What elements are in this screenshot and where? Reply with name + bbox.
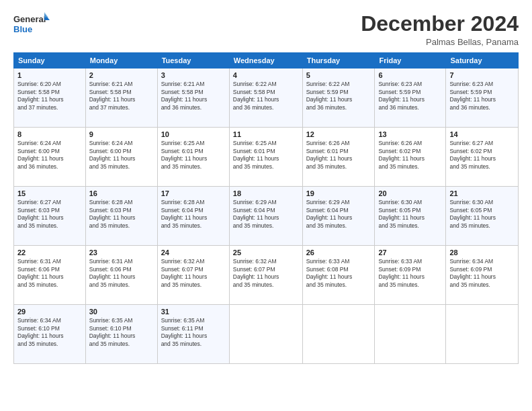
calendar-cell: 27Sunrise: 6:33 AM Sunset: 6:09 PM Dayli… bbox=[375, 246, 446, 305]
day-number: 6 bbox=[378, 71, 442, 79]
calendar-cell: 3Sunrise: 6:21 AM Sunset: 5:58 PM Daylig… bbox=[157, 68, 229, 128]
title-area: December 2024 Palmas Bellas, Panama bbox=[361, 12, 519, 47]
day-info: Sunrise: 6:33 AM Sunset: 6:08 PM Dayligh… bbox=[306, 258, 371, 289]
calendar-cell: 28Sunrise: 6:34 AM Sunset: 6:09 PM Dayli… bbox=[446, 246, 519, 305]
calendar-cell: 9Sunrise: 6:24 AM Sunset: 6:00 PM Daylig… bbox=[85, 128, 157, 187]
day-number: 19 bbox=[306, 189, 371, 197]
col-header-tuesday: Tuesday bbox=[157, 53, 229, 68]
calendar-cell: 1Sunrise: 6:20 AM Sunset: 5:58 PM Daylig… bbox=[14, 68, 86, 128]
day-info: Sunrise: 6:30 AM Sunset: 6:05 PM Dayligh… bbox=[378, 199, 442, 230]
month-title: December 2024 bbox=[361, 12, 519, 36]
calendar-cell: 16Sunrise: 6:28 AM Sunset: 6:03 PM Dayli… bbox=[85, 187, 157, 246]
col-header-wednesday: Wednesday bbox=[229, 53, 302, 68]
svg-text:Blue: Blue bbox=[13, 24, 32, 34]
day-info: Sunrise: 6:32 AM Sunset: 6:07 PM Dayligh… bbox=[161, 258, 226, 289]
calendar-cell: 22Sunrise: 6:31 AM Sunset: 6:06 PM Dayli… bbox=[14, 246, 86, 305]
day-info: Sunrise: 6:20 AM Sunset: 5:58 PM Dayligh… bbox=[17, 81, 82, 111]
col-header-monday: Monday bbox=[85, 53, 157, 68]
day-info: Sunrise: 6:32 AM Sunset: 6:07 PM Dayligh… bbox=[233, 258, 299, 289]
day-info: Sunrise: 6:23 AM Sunset: 5:59 PM Dayligh… bbox=[449, 81, 515, 111]
day-number: 9 bbox=[89, 130, 154, 138]
svg-marker-3 bbox=[44, 12, 48, 17]
calendar-cell: 21Sunrise: 6:30 AM Sunset: 6:05 PM Dayli… bbox=[446, 187, 519, 246]
day-number: 28 bbox=[449, 248, 515, 257]
calendar-cell bbox=[302, 305, 375, 364]
location: Palmas Bellas, Panama bbox=[361, 37, 519, 47]
day-number: 7 bbox=[449, 71, 515, 79]
day-number: 25 bbox=[233, 248, 299, 257]
day-number: 27 bbox=[378, 248, 442, 257]
col-header-thursday: Thursday bbox=[302, 53, 375, 68]
day-number: 20 bbox=[378, 189, 442, 197]
day-number: 31 bbox=[161, 308, 226, 316]
day-info: Sunrise: 6:21 AM Sunset: 5:58 PM Dayligh… bbox=[161, 81, 226, 111]
calendar-cell: 15Sunrise: 6:27 AM Sunset: 6:03 PM Dayli… bbox=[14, 187, 86, 246]
day-number: 4 bbox=[233, 71, 299, 79]
day-info: Sunrise: 6:27 AM Sunset: 6:03 PM Dayligh… bbox=[17, 199, 82, 230]
day-number: 30 bbox=[89, 308, 154, 316]
day-info: Sunrise: 6:26 AM Sunset: 6:02 PM Dayligh… bbox=[378, 140, 442, 171]
day-info: Sunrise: 6:35 AM Sunset: 6:10 PM Dayligh… bbox=[89, 317, 154, 348]
calendar-cell: 30Sunrise: 6:35 AM Sunset: 6:10 PM Dayli… bbox=[85, 305, 157, 364]
calendar-cell: 14Sunrise: 6:27 AM Sunset: 6:02 PM Dayli… bbox=[446, 128, 519, 187]
calendar-cell: 8Sunrise: 6:24 AM Sunset: 6:00 PM Daylig… bbox=[14, 128, 86, 187]
calendar-cell: 29Sunrise: 6:34 AM Sunset: 6:10 PM Dayli… bbox=[14, 305, 86, 364]
day-info: Sunrise: 6:31 AM Sunset: 6:06 PM Dayligh… bbox=[17, 258, 82, 289]
day-number: 1 bbox=[17, 71, 82, 79]
day-number: 12 bbox=[306, 130, 371, 138]
day-number: 13 bbox=[378, 130, 442, 138]
day-number: 18 bbox=[233, 189, 299, 197]
day-info: Sunrise: 6:28 AM Sunset: 6:03 PM Dayligh… bbox=[89, 199, 154, 230]
calendar-cell: 10Sunrise: 6:25 AM Sunset: 6:01 PM Dayli… bbox=[157, 128, 229, 187]
calendar-cell: 19Sunrise: 6:29 AM Sunset: 6:04 PM Dayli… bbox=[302, 187, 375, 246]
col-header-sunday: Sunday bbox=[14, 53, 86, 68]
day-number: 14 bbox=[449, 130, 515, 138]
col-header-friday: Friday bbox=[375, 53, 446, 68]
calendar-page: General Blue December 2024 Palmas Bellas… bbox=[0, 0, 532, 411]
day-info: Sunrise: 6:26 AM Sunset: 6:01 PM Dayligh… bbox=[306, 140, 371, 171]
day-info: Sunrise: 6:34 AM Sunset: 6:10 PM Dayligh… bbox=[17, 317, 82, 348]
calendar-cell: 25Sunrise: 6:32 AM Sunset: 6:07 PM Dayli… bbox=[229, 246, 302, 305]
col-header-saturday: Saturday bbox=[446, 53, 519, 68]
calendar-table: SundayMondayTuesdayWednesdayThursdayFrid… bbox=[13, 52, 519, 364]
day-info: Sunrise: 6:23 AM Sunset: 5:59 PM Dayligh… bbox=[378, 81, 442, 111]
day-info: Sunrise: 6:33 AM Sunset: 6:09 PM Dayligh… bbox=[378, 258, 442, 289]
calendar-cell: 26Sunrise: 6:33 AM Sunset: 6:08 PM Dayli… bbox=[302, 246, 375, 305]
logo: General Blue bbox=[13, 12, 50, 36]
day-number: 22 bbox=[17, 248, 82, 257]
header: General Blue December 2024 Palmas Bellas… bbox=[13, 12, 519, 47]
calendar-cell: 18Sunrise: 6:29 AM Sunset: 6:04 PM Dayli… bbox=[229, 187, 302, 246]
calendar-cell bbox=[229, 305, 302, 364]
day-info: Sunrise: 6:27 AM Sunset: 6:02 PM Dayligh… bbox=[449, 140, 515, 171]
day-info: Sunrise: 6:25 AM Sunset: 6:01 PM Dayligh… bbox=[161, 140, 226, 171]
day-number: 23 bbox=[89, 248, 154, 257]
day-info: Sunrise: 6:35 AM Sunset: 6:11 PM Dayligh… bbox=[161, 317, 226, 348]
day-number: 8 bbox=[17, 130, 82, 138]
day-number: 15 bbox=[17, 189, 82, 197]
day-number: 11 bbox=[233, 130, 299, 138]
calendar-cell: 2Sunrise: 6:21 AM Sunset: 5:58 PM Daylig… bbox=[85, 68, 157, 128]
day-number: 2 bbox=[89, 71, 154, 79]
day-info: Sunrise: 6:25 AM Sunset: 6:01 PM Dayligh… bbox=[233, 140, 299, 171]
calendar-cell: 13Sunrise: 6:26 AM Sunset: 6:02 PM Dayli… bbox=[375, 128, 446, 187]
calendar-cell: 6Sunrise: 6:23 AM Sunset: 5:59 PM Daylig… bbox=[375, 68, 446, 128]
calendar-cell: 11Sunrise: 6:25 AM Sunset: 6:01 PM Dayli… bbox=[229, 128, 302, 187]
calendar-cell: 24Sunrise: 6:32 AM Sunset: 6:07 PM Dayli… bbox=[157, 246, 229, 305]
calendar-cell: 23Sunrise: 6:31 AM Sunset: 6:06 PM Dayli… bbox=[85, 246, 157, 305]
day-info: Sunrise: 6:24 AM Sunset: 6:00 PM Dayligh… bbox=[17, 140, 82, 171]
day-info: Sunrise: 6:30 AM Sunset: 6:05 PM Dayligh… bbox=[449, 199, 515, 230]
day-info: Sunrise: 6:34 AM Sunset: 6:09 PM Dayligh… bbox=[449, 258, 515, 289]
calendar-cell: 4Sunrise: 6:22 AM Sunset: 5:58 PM Daylig… bbox=[229, 68, 302, 128]
day-info: Sunrise: 6:22 AM Sunset: 5:58 PM Dayligh… bbox=[233, 81, 299, 111]
day-number: 21 bbox=[449, 189, 515, 197]
calendar-cell: 5Sunrise: 6:22 AM Sunset: 5:59 PM Daylig… bbox=[302, 68, 375, 128]
day-info: Sunrise: 6:29 AM Sunset: 6:04 PM Dayligh… bbox=[306, 199, 371, 230]
logo-icon: General Blue bbox=[13, 12, 50, 36]
day-info: Sunrise: 6:24 AM Sunset: 6:00 PM Dayligh… bbox=[89, 140, 154, 171]
calendar-cell bbox=[446, 305, 519, 364]
day-info: Sunrise: 6:21 AM Sunset: 5:58 PM Dayligh… bbox=[89, 81, 154, 111]
day-number: 5 bbox=[306, 71, 371, 79]
day-info: Sunrise: 6:22 AM Sunset: 5:59 PM Dayligh… bbox=[306, 81, 371, 111]
svg-text:General: General bbox=[13, 14, 46, 24]
day-info: Sunrise: 6:31 AM Sunset: 6:06 PM Dayligh… bbox=[89, 258, 154, 289]
